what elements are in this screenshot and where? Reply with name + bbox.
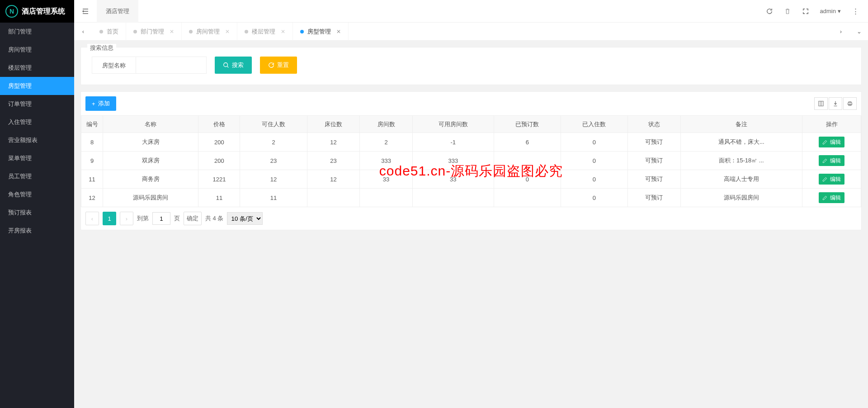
th-id: 编号 (81, 116, 103, 133)
th-booked: 已预订数 (494, 116, 561, 133)
user-name: admin (820, 8, 836, 14)
cell-beds: 12 (307, 170, 360, 189)
nav-roomtype[interactable]: 房型管理 (0, 77, 74, 95)
cell-checkedin: 0 (561, 170, 627, 189)
cell-beds: 23 (307, 152, 360, 170)
tab-prev-icon[interactable]: ‹ (74, 23, 92, 41)
page-1[interactable]: 1 (103, 212, 116, 225)
tab-next-icon[interactable]: › (832, 23, 850, 41)
header: 酒店管理 admin ▾ ⋮ (74, 0, 868, 23)
nav-role[interactable]: 角色管理 (0, 185, 74, 204)
cell-capacity: 12 (240, 170, 307, 189)
cell-avail: 33 (412, 170, 494, 189)
page-next[interactable]: › (120, 212, 133, 225)
cell-price: 200 (198, 133, 240, 152)
chevron-down-icon: ▾ (838, 8, 841, 14)
page-unit: 页 (174, 214, 180, 223)
tab-department[interactable]: 部门管理✕ (126, 23, 182, 41)
add-button[interactable]: + 添加 (85, 96, 116, 111)
th-avail: 可用房间数 (412, 116, 494, 133)
page-prev[interactable]: ‹ (85, 212, 99, 225)
table-row: 12源码乐园房间11110可预订源码乐园房间 编辑 (81, 189, 861, 207)
svg-point-0 (224, 63, 228, 67)
tab-home[interactable]: 首页 (92, 23, 126, 41)
trash-icon[interactable] (779, 3, 796, 19)
close-icon[interactable]: ✕ (281, 28, 285, 35)
cell-remark: 源码乐园房间 (680, 189, 802, 207)
cell-id: 12 (81, 189, 103, 207)
edit-button[interactable]: 编辑 (819, 192, 844, 203)
nav-department[interactable]: 部门管理 (0, 23, 74, 41)
th-remark: 备注 (680, 116, 802, 133)
th-checkedin: 已入住数 (561, 116, 627, 133)
cell-action: 编辑 (802, 152, 861, 170)
tab-room[interactable]: 房间管理✕ (182, 23, 237, 41)
cell-name: 大床房 (103, 133, 198, 152)
close-icon[interactable]: ✕ (336, 28, 341, 35)
search-card: 搜索信息 房型名称 搜索 重置 (80, 47, 862, 85)
cell-avail: 333 (412, 152, 494, 170)
table-card: + 添加 编号 名称 价格 可住人 (80, 91, 862, 230)
per-page-select[interactable]: 10 条/页 (227, 212, 263, 225)
table-row: 9双床房20023233333330可预订面积：15-18㎡ ... 编辑 (81, 152, 861, 170)
cell-name: 商务房 (103, 170, 198, 189)
columns-icon[interactable] (814, 97, 828, 110)
close-icon[interactable]: ✕ (170, 28, 174, 35)
nav-booking-report[interactable]: 预订报表 (0, 204, 74, 222)
cell-remark: 面积：15-18㎡ ... (680, 152, 802, 170)
user-menu[interactable]: admin ▾ (816, 0, 845, 23)
th-status: 状态 (628, 116, 681, 133)
cell-remark: 高端人士专用 (680, 170, 802, 189)
search-input[interactable] (136, 57, 207, 74)
page-confirm[interactable]: 确定 (184, 212, 202, 225)
cell-status: 可预订 (628, 189, 681, 207)
cell-checkedin: 0 (561, 189, 627, 207)
cell-checkedin: 0 (561, 133, 627, 152)
goto-label: 到第 (137, 214, 149, 223)
tab-floor[interactable]: 楼层管理✕ (237, 23, 293, 41)
page-input[interactable] (152, 212, 170, 225)
cell-rooms (360, 189, 413, 207)
nav-revenue[interactable]: 营业额报表 (0, 131, 74, 149)
plus-icon: + (92, 100, 95, 107)
tab-roomtype[interactable]: 房型管理✕ (293, 23, 349, 41)
print-icon[interactable] (843, 97, 857, 110)
nav-floor[interactable]: 楼层管理 (0, 59, 74, 77)
cell-status: 可预订 (628, 152, 681, 170)
cell-booked: 0 (494, 170, 561, 189)
search-button[interactable]: 搜索 (215, 57, 252, 74)
refresh-icon[interactable] (761, 3, 778, 19)
tab-dropdown-icon[interactable]: ⌄ (850, 23, 868, 41)
th-name: 名称 (103, 116, 198, 133)
cell-id: 9 (81, 152, 103, 170)
cell-rooms: 33 (360, 170, 413, 189)
th-price: 价格 (198, 116, 240, 133)
close-icon[interactable]: ✕ (225, 28, 230, 35)
cell-price: 11 (198, 189, 240, 207)
nav-employee[interactable]: 员工管理 (0, 167, 74, 185)
edit-button[interactable]: 编辑 (819, 137, 844, 147)
nav-open-report[interactable]: 开房报表 (0, 222, 74, 240)
reset-button[interactable]: 重置 (260, 57, 297, 74)
cell-remark: 通风不错，床大... (680, 133, 802, 152)
menu-toggle-icon[interactable] (74, 0, 97, 23)
th-capacity: 可住人数 (240, 116, 307, 133)
more-icon[interactable]: ⋮ (847, 3, 863, 19)
nav-room[interactable]: 房间管理 (0, 41, 74, 59)
th-action: 操作 (802, 116, 861, 133)
cell-rooms: 2 (360, 133, 413, 152)
nav-menu[interactable]: 菜单管理 (0, 149, 74, 167)
search-legend: 搜索信息 (87, 44, 116, 52)
nav-order[interactable]: 订单管理 (0, 95, 74, 113)
sidebar: N 酒店管理系统 部门管理 房间管理 楼层管理 房型管理 订单管理 入住管理 营… (0, 0, 74, 408)
edit-button[interactable]: 编辑 (819, 174, 844, 185)
data-table: 编号 名称 价格 可住人数 床位数 房间数 可用房间数 已预订数 已入住数 状态… (81, 115, 861, 207)
export-icon[interactable] (829, 97, 842, 110)
cell-price: 1221 (198, 170, 240, 189)
table-row: 8大床房2002122-160可预订通风不错，床大... 编辑 (81, 133, 861, 152)
edit-button[interactable]: 编辑 (819, 155, 844, 166)
content: 搜索信息 房型名称 搜索 重置 + (74, 41, 868, 408)
nav-checkin[interactable]: 入住管理 (0, 113, 74, 131)
fullscreen-icon[interactable] (797, 3, 814, 19)
cell-name: 双床房 (103, 152, 198, 170)
